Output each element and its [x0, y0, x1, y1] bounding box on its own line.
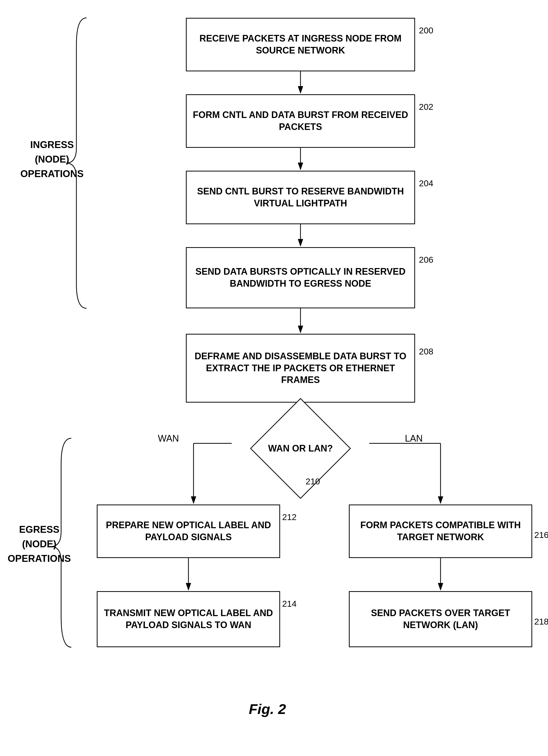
ref-216: 216	[534, 530, 548, 540]
box-212: PREPARE NEW OPTICAL LABEL AND PAYLOAD SI…	[97, 505, 280, 558]
box-216: FORM PACKETS COMPATIBLE WITH TARGET NETW…	[349, 505, 532, 558]
lan-label: LAN	[405, 433, 423, 444]
box-206: SEND DATA BURSTS OPTICALLY IN RESERVED B…	[186, 247, 415, 308]
box-218: SEND PACKETS OVER TARGET NETWORK (LAN)	[349, 591, 532, 647]
box-204: SEND CNTL BURST TO RESERVE BANDWIDTH VIR…	[186, 171, 415, 224]
ref-210: 210	[305, 476, 320, 486]
ingress-label: INGRESS (NODE) OPERATIONS	[20, 138, 84, 181]
diamond-210: WAN OR LAN?	[229, 413, 372, 484]
diagram-container: RECEIVE PACKETS AT INGRESS NODE FROM SOU…	[0, 0, 548, 756]
ref-200: 200	[419, 25, 433, 35]
ref-208: 208	[419, 347, 433, 356]
box-200: RECEIVE PACKETS AT INGRESS NODE FROM SOU…	[186, 18, 415, 71]
box-208: DEFRAME AND DISASSEMBLE DATA BURST TO EX…	[186, 334, 415, 403]
box-214: TRANSMIT NEW OPTICAL LABEL AND PAYLOAD S…	[97, 591, 280, 647]
ref-206: 206	[419, 255, 433, 265]
egress-label: EGRESS (NODE) OPERATIONS	[8, 522, 71, 566]
figure-label: Fig. 2	[204, 701, 331, 717]
ref-212: 212	[282, 512, 297, 522]
wan-label: WAN	[158, 433, 179, 444]
ref-204: 204	[419, 178, 433, 188]
ref-214: 214	[282, 599, 297, 609]
box-202: FORM CNTL AND DATA BURST FROM RECEIVED P…	[186, 94, 415, 148]
ref-218: 218	[534, 617, 548, 627]
ref-202: 202	[419, 102, 433, 112]
